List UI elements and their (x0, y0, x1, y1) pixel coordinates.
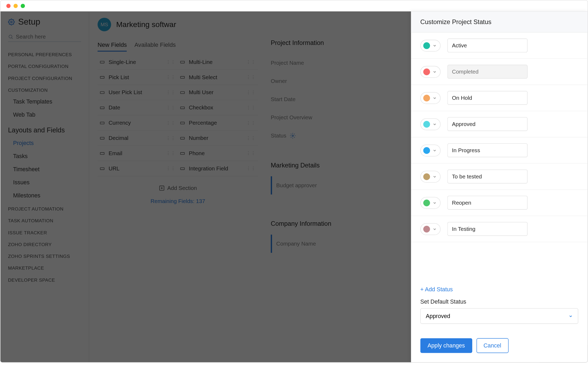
chevron-down-icon (432, 201, 437, 205)
cancel-button[interactable]: Cancel (476, 338, 508, 353)
status-name-input[interactable] (447, 196, 528, 210)
chevron-down-icon (432, 227, 437, 231)
chevron-down-icon (432, 122, 437, 126)
color-swatch-icon (423, 173, 430, 180)
status-name-input[interactable] (447, 222, 528, 236)
chevron-down-icon (432, 174, 437, 179)
status-color-picker[interactable] (420, 118, 441, 130)
status-row (411, 216, 588, 242)
status-row (411, 85, 588, 111)
color-swatch-icon (423, 147, 430, 154)
status-row (411, 137, 588, 164)
status-row (411, 111, 588, 137)
status-name-input[interactable] (447, 117, 528, 131)
status-color-picker[interactable] (420, 144, 441, 156)
status-color-picker[interactable] (420, 223, 441, 235)
chevron-down-icon (432, 96, 437, 100)
default-status-value: Approved (426, 313, 450, 319)
color-swatch-icon (423, 68, 430, 75)
chevron-down-icon (432, 43, 437, 48)
color-swatch-icon (423, 225, 430, 232)
maximize-window-icon[interactable] (21, 4, 25, 8)
customize-status-drawer: Customize Project Status + Add Status Se… (411, 12, 588, 362)
status-color-picker[interactable] (420, 197, 441, 209)
color-swatch-icon (423, 199, 430, 206)
default-status-select[interactable]: Approved (420, 308, 578, 324)
chevron-down-icon (568, 314, 573, 318)
status-name-input[interactable] (447, 91, 528, 105)
status-color-picker[interactable] (420, 92, 441, 104)
window-titlebar (1, 1, 588, 12)
close-window-icon[interactable] (6, 4, 11, 8)
status-name-input[interactable] (447, 170, 528, 184)
status-row (411, 164, 588, 190)
chevron-down-icon (432, 148, 437, 152)
drawer-title: Customize Project Status (411, 12, 588, 33)
color-swatch-icon (423, 121, 430, 127)
status-color-picker[interactable] (420, 171, 441, 182)
status-color-picker[interactable] (420, 40, 441, 51)
chevron-down-icon (432, 70, 437, 74)
color-swatch-icon (423, 42, 430, 49)
status-name-input[interactable] (447, 143, 528, 157)
default-status-label: Set Default Status (420, 299, 578, 305)
status-name-input[interactable] (447, 39, 528, 52)
status-row (411, 59, 588, 85)
add-status-button[interactable]: + Add Status (411, 279, 588, 297)
drawer-body (411, 33, 588, 279)
apply-changes-button[interactable]: Apply changes (420, 338, 472, 353)
status-row (411, 190, 588, 216)
status-row (411, 33, 588, 59)
minimize-window-icon[interactable] (14, 4, 18, 8)
status-color-picker[interactable] (420, 66, 441, 78)
status-name-input (447, 65, 528, 79)
color-swatch-icon (423, 94, 430, 101)
